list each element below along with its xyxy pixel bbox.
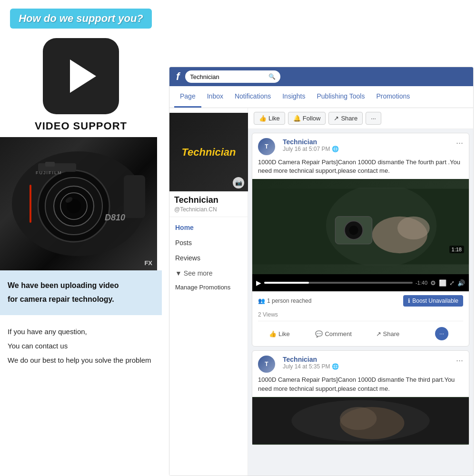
svg-rect-8 [45,162,55,167]
fb-post-2-meta: Technician July 14 at 5:35 PM 🌐 [283,356,339,370]
search-input[interactable] [190,73,266,80]
fb-nav: Page Inbox Notifications Insights Publis… [169,86,473,108]
like-icon: 👍 [269,330,277,337]
play-button[interactable]: ▶ [256,279,261,287]
views-row: 2 Views [252,310,469,321]
more-button[interactable]: ··· [366,112,381,125]
page-cover-text: Technician [181,146,236,159]
fb-post-2-video[interactable] [252,397,469,445]
chevron-icon: ▼ [175,269,182,277]
blue-text-box: We have been uploading video for camera … [0,270,162,315]
fb-feed: 👍 Like 🔔 Follow ↗ Share ··· [248,108,473,476]
tab-notifications[interactable]: Notifications [229,86,277,108]
sidebar-manage-promotions[interactable]: Manage Promotions [169,281,248,294]
follow-icon: 🔔 [293,115,301,122]
video-controls[interactable]: ▶ -1:40 ⚙ ⬜ ⤢ 🔊 [252,274,469,291]
time-remaining: -1:40 [416,280,427,286]
facebook-panel: f 🔍 Page Inbox Notifications Insights Pu… [169,67,474,476]
like-label: Like [268,115,280,122]
comment-label: Comment [325,330,351,337]
fb-post-2-more[interactable]: ··· [456,356,463,366]
camera-icon[interactable]: 📷 [233,177,244,188]
camera-image-box: D810 FUJIFILM FX [0,137,157,270]
fb-post-1: T Technician July 16 at 5:07 PM 🌐 ··· 10… [252,133,469,347]
privacy-icon: 🌐 [332,146,339,152]
contact-line1: If you have any question, [8,325,154,339]
fb-post-1-author[interactable]: Technician [283,138,339,146]
svg-text:D810: D810 [105,213,125,222]
tab-promotions[interactable]: Promotions [370,86,416,108]
video-thumbnail-svg [252,188,469,266]
fb-reached-row: 👥 1 person reached ℹ Boost Unavailable [252,291,469,310]
fb-post-2-author[interactable]: Technician [283,356,339,363]
share-label: Share [383,330,400,337]
fb-post-2-time: July 14 at 5:35 PM 🌐 [283,363,339,370]
reaction-count-btn[interactable]: ··· [435,327,448,340]
fb-page-cover: Technician 📷 [169,113,248,191]
svg-rect-9 [124,175,145,218]
fb-action-row: 👍 Like 🔔 Follow ↗ Share ··· [248,108,473,129]
people-icon: 👥 [258,298,265,304]
share-label: Share [341,115,357,122]
fb-post-1-more[interactable]: ··· [456,138,463,148]
progress-bar[interactable] [264,282,413,284]
volume-icon[interactable]: 🔊 [457,279,465,287]
boost-label: Boost Unavailable [412,298,458,304]
fb-sidebar-menu: Home Posts Reviews ▼ See more Manage Pro… [169,217,248,294]
fb-content: Technician 📷 Technician @Technician.CN H… [169,108,473,476]
sidebar-item-posts[interactable]: Posts [169,235,248,250]
follow-button[interactable]: 🔔 Follow [288,112,326,125]
fb-logo: f [174,70,181,83]
video-duration-badge: 1:18 [449,246,464,253]
blue-text-line1: We have been uploading video [8,279,154,293]
fb-post-1-text: 1000D Camera Repair Parts]Canon 1000D di… [252,158,469,179]
post-actions-row: 👍 Like 💬 Comment ↗ Share ··· [252,321,469,346]
camera-svg: D810 FUJIFILM [0,137,157,270]
header-title: How do we support you? [10,9,152,29]
fb-post-2-text: 1000D Camera Repair Parts]Canon 1000D di… [252,376,469,397]
sidebar-see-more[interactable]: ▼ See more [169,266,248,281]
page-name: Technician [169,191,248,206]
fb-sidebar: Technician 📷 Technician @Technician.CN H… [169,108,248,476]
tab-insights[interactable]: Insights [277,86,311,108]
tab-publishing-tools[interactable]: Publishing Tools [311,86,370,108]
tab-inbox[interactable]: Inbox [201,86,229,108]
boost-button[interactable]: ℹ Boost Unavailable [403,295,463,307]
sidebar-item-reviews[interactable]: Reviews [169,250,248,266]
follow-label: Follow [303,115,321,122]
privacy-icon-2: 🌐 [332,363,339,370]
header-lines: How do we support you? [10,9,152,29]
fb-post-1-video[interactable]: 1:18 [252,179,469,274]
comment-icon: 💬 [315,330,323,337]
like-label: Like [278,330,290,337]
settings-icon[interactable]: ⚙ [430,279,436,287]
reached-text: 👥 1 person reached [258,298,311,304]
video-control-icons: ⚙ ⬜ ⤢ 🔊 [430,279,465,287]
fb-search-box[interactable]: 🔍 [185,70,280,83]
see-more-label: See more [184,269,213,277]
theatre-icon[interactable]: ⬜ [439,279,446,287]
share-button[interactable]: ↗ Share [328,112,363,125]
fb-post-1-time: July 16 at 5:07 PM 🌐 [283,146,339,152]
contact-text: If you have any question, You can contac… [0,315,162,377]
fx-label: FX [144,259,152,267]
fullscreen-icon[interactable]: ⤢ [449,279,455,287]
blue-text-line2: for camera repair technology. [8,293,154,307]
fb-post-1-meta: Technician July 16 at 5:07 PM 🌐 [283,138,339,152]
tab-page[interactable]: Page [174,86,201,108]
post-comment-btn[interactable]: 💬 Comment [307,323,361,344]
contact-line3: We do our best to help you solve the pro… [8,353,154,367]
play-icon [70,60,96,93]
sidebar-item-home[interactable]: Home [169,220,248,235]
svg-point-19 [349,226,358,235]
post-like-btn[interactable]: 👍 Like [252,323,307,344]
post-share-btn[interactable]: ↗ Share [361,323,415,344]
share-icon: ↗ [334,115,339,122]
search-icon: 🔍 [268,73,276,80]
fb-post-2: T Technician July 14 at 5:35 PM 🌐 ··· 10… [252,350,469,445]
video-icon-box [43,38,119,114]
page-handle: @Technician.CN [169,206,248,217]
post-reaction-btn[interactable]: ··· [415,323,469,344]
svg-text:FUJIFILM: FUJIFILM [36,170,62,175]
like-button[interactable]: 👍 Like [254,112,285,125]
